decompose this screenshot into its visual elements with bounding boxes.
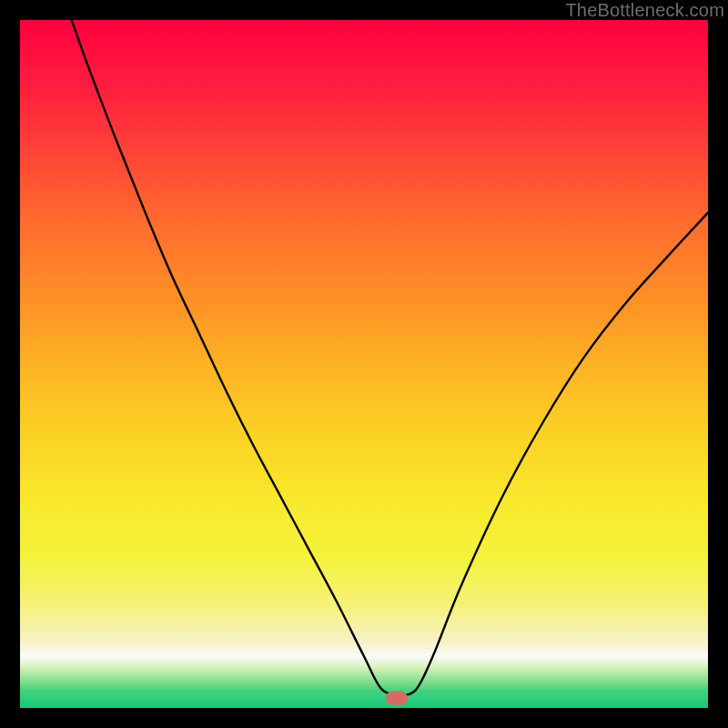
chart-frame: TheBottleneck.com [0, 0, 728, 728]
plot-area [20, 20, 708, 708]
bottleneck-curve [20, 20, 708, 708]
watermark-text: TheBottleneck.com [565, 0, 724, 21]
optimum-marker [386, 691, 408, 704]
